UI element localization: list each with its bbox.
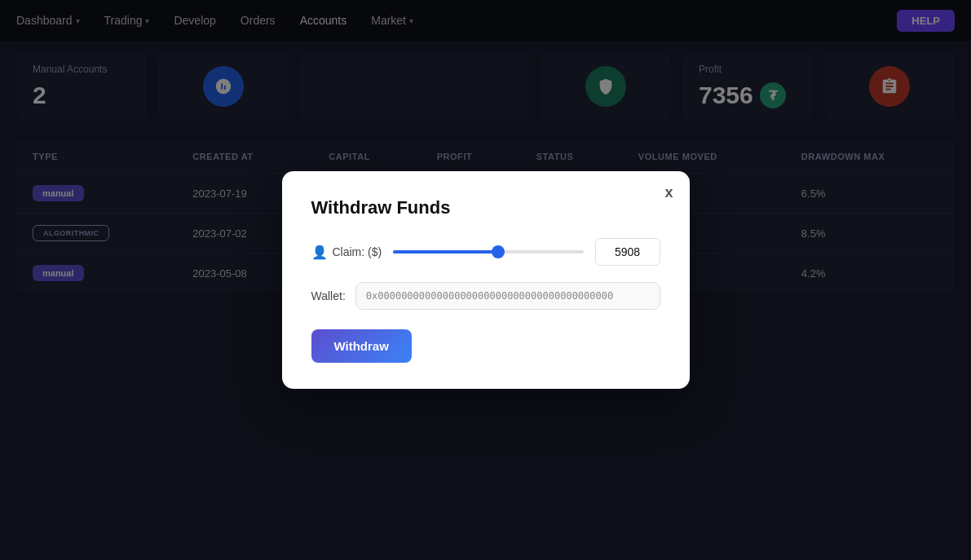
claim-label: 👤 Claim: ($) xyxy=(311,245,382,260)
claim-row: 👤 Claim: ($) 5908 xyxy=(311,238,660,266)
slider-thumb[interactable] xyxy=(492,245,505,258)
modal-close-button[interactable]: x xyxy=(664,184,673,201)
person-icon: 👤 xyxy=(311,245,328,260)
wallet-address-input[interactable] xyxy=(355,282,660,310)
modal-title: Withdraw Funds xyxy=(311,197,660,218)
wallet-label: Wallet: xyxy=(311,289,346,302)
withdraw-modal: Withdraw Funds x 👤 Claim: ($) 5908 Walle… xyxy=(282,171,690,389)
claim-slider[interactable] xyxy=(393,244,583,260)
slider-fill xyxy=(393,250,497,254)
wallet-row: Wallet: xyxy=(311,282,660,310)
withdraw-button[interactable]: Withdraw xyxy=(311,329,412,363)
claim-value-input[interactable]: 5908 xyxy=(595,238,660,266)
slider-track xyxy=(393,250,583,254)
modal-overlay: Withdraw Funds x 👤 Claim: ($) 5908 Walle… xyxy=(0,0,971,560)
